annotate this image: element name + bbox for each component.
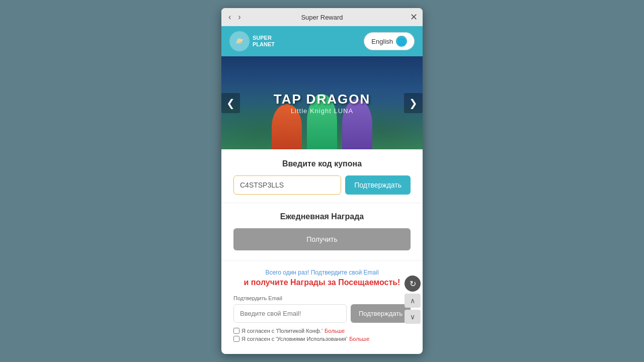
email-input[interactable] — [233, 304, 347, 323]
terms-link[interactable]: Больше — [349, 336, 369, 342]
language-button[interactable]: English 🌐 — [364, 32, 415, 50]
coupon-confirm-button[interactable]: Подтверждать — [345, 175, 411, 195]
policy-checkbox-row: Я согласен с 'Политикой Конф.' Больше — [233, 328, 411, 334]
coupon-row: Подтверждать — [233, 175, 411, 195]
banner-subtitle: Little Knight LUNA — [274, 107, 370, 115]
email-row: Подтверждать — [233, 304, 411, 323]
back-button[interactable]: ‹ — [226, 13, 233, 21]
terms-checkbox-row: Я согласен с 'Условиями Использования' Б… — [233, 336, 411, 342]
coupon-section: Введите код купона Подтверждать — [221, 149, 423, 203]
terms-checkbox[interactable] — [233, 336, 239, 342]
logo-icon: 🪐 — [229, 31, 250, 51]
email-confirm-button[interactable]: Подтверждать — [351, 304, 411, 323]
coupon-input[interactable] — [233, 175, 341, 195]
email-label: Подтвердить Email — [233, 295, 411, 301]
scroll-down-button[interactable]: ∨ — [405, 310, 421, 324]
policy-link[interactable]: Больше — [325, 328, 345, 334]
language-label: English — [371, 38, 393, 45]
banner: TAP DRAGON Little Knight LUNA ❮ ❯ — [221, 56, 423, 149]
daily-section: Ежедневная Награда Получить — [221, 203, 423, 261]
side-controls: ↻ ∧ ∨ — [405, 276, 421, 324]
globe-icon: 🌐 — [396, 36, 407, 47]
policy-label: Я согласен с 'Политикой Конф.' — [242, 328, 323, 334]
forward-button[interactable]: › — [236, 13, 243, 21]
banner-arrow-left[interactable]: ❮ — [221, 93, 240, 113]
nav-buttons: ‹ › — [226, 13, 243, 21]
refresh-button[interactable]: ↻ — [405, 276, 421, 292]
logo-text: SUPER PLANET — [253, 35, 275, 48]
close-button[interactable]: ✕ — [410, 13, 418, 22]
banner-content: TAP DRAGON Little Knight LUNA — [274, 92, 370, 115]
email-section: Всего один раз! Подтвердите свой Email и… — [221, 261, 423, 354]
email-reward-text: и получите Награды за Посещаемость! — [233, 278, 411, 287]
main-window: ‹ › Super Reward ✕ 🪐 SUPER PLANET Englis… — [221, 8, 423, 354]
banner-title: TAP DRAGON — [274, 92, 370, 107]
coupon-title: Введите код купона — [233, 159, 411, 168]
titlebar: ‹ › Super Reward ✕ — [221, 8, 423, 26]
receive-button[interactable]: Получить — [233, 228, 411, 250]
policy-checkbox[interactable] — [233, 328, 239, 334]
logo-area: 🪐 SUPER PLANET — [229, 31, 275, 51]
email-promo-text: Всего один раз! Подтвердите свой Email — [233, 269, 411, 276]
window-title: Super Reward — [301, 14, 343, 21]
terms-label: Я согласен с 'Условиями Использования' — [242, 336, 347, 342]
daily-title: Ежедневная Награда — [233, 212, 411, 221]
header: 🪐 SUPER PLANET English 🌐 — [221, 26, 423, 56]
banner-arrow-right[interactable]: ❯ — [404, 93, 423, 113]
scroll-up-button[interactable]: ∧ — [405, 294, 421, 308]
